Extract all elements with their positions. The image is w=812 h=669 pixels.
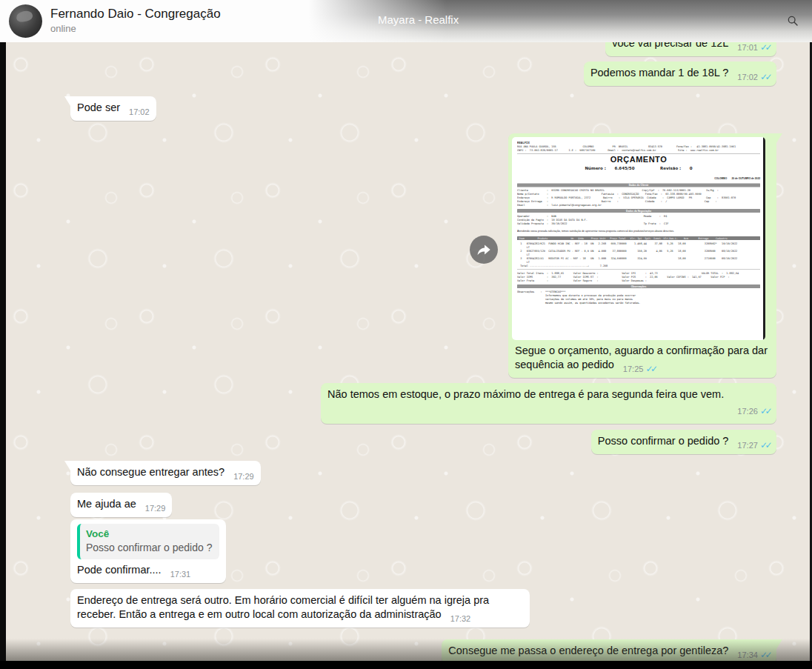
message-row: Pode ser17:02	[6, 96, 810, 121]
contact-info[interactable]: Fernando Daio - Congregação online	[50, 6, 221, 35]
search-icon	[787, 12, 799, 30]
message-time: 17:27	[737, 441, 758, 450]
document-title: ORÇAMENTO	[517, 156, 760, 164]
document-place-date: COLOMBO 20 de OUTUBRO de 2022	[517, 175, 760, 182]
message-row: Posso confirmar o pedido ?17:27✓✓	[6, 430, 810, 454]
document-content: REALFIX RUA ANA PAULA GUARDA, 155 COLOMB…	[512, 137, 765, 340]
document-totals-line: Valor Frete : Valor Seguro : Valor Despe…	[517, 279, 760, 283]
message-text: Não temos em estoque, o prazo máximo de …	[327, 388, 724, 400]
message-bubble-outgoing[interactable]: Não temos em estoque, o prazo máximo de …	[321, 383, 776, 424]
divider	[517, 153, 760, 154]
read-ticks-icon: ✓✓	[645, 364, 655, 374]
document-section-observations: Observações	[517, 284, 760, 288]
message-bubble-outgoing[interactable]: Posso confirmar o pedido ?17:27✓✓	[591, 430, 776, 454]
message-text: Pode ser	[77, 101, 120, 113]
message-time: 17:31	[170, 570, 191, 579]
message-text: Endereço de entrega será outro. Em horár…	[77, 594, 489, 620]
message-time: 17:29	[233, 472, 254, 481]
message-meta: 17:29	[233, 470, 254, 484]
document-section-negotiation: Dados da Negociação	[517, 209, 760, 213]
message-meta: 17:02✓✓	[737, 70, 770, 84]
message-meta: 17:26✓✓	[327, 405, 770, 419]
message-meta: 17:34✓✓	[737, 648, 770, 661]
read-ticks-icon: ✓✓	[760, 650, 770, 660]
read-ticks-icon: ✓✓	[760, 72, 770, 82]
chat-header: Fernando Daio - Congregação online Mayar…	[0, 0, 812, 42]
document-obs-line: mesmo sendo assim, as quantidades excede…	[517, 301, 760, 304]
bottom-black-bar	[0, 661, 812, 669]
message-row: voce vai precisar de 12L17:01✓✓	[6, 42, 810, 56]
document-negotiation-line: Validade Proposta : 30/10/2022 Tp Frete …	[517, 222, 760, 225]
message-meta: 17:02	[129, 105, 150, 119]
document-totals-block: Valor Total Itens : 1.888,91 Valor Desco…	[517, 270, 760, 283]
message-text: Consegue me passa o endereço de entrega …	[448, 645, 728, 656]
message-meta: 17:31	[170, 568, 191, 582]
document-note: Atendendo vossa prezada solicitação, tem…	[517, 227, 760, 235]
message-time: 17:34	[737, 650, 758, 659]
forward-button[interactable]	[470, 236, 498, 264]
document-item-row: 2 03027055/129 CATALISADOR PU - REF - 0,…	[517, 249, 760, 253]
message-time: 17:25	[623, 365, 644, 373]
message-meta: 17:32	[450, 612, 471, 626]
message-row: Me ajuda ae17:29	[6, 493, 810, 517]
message-time: 17:32	[450, 614, 471, 623]
message-row: Consegue me passa o endereço de entrega …	[6, 639, 810, 661]
message-time: 17:29	[145, 504, 166, 513]
chat-area: voce vai precisar de 12L17:01✓✓ Podemos …	[0, 42, 812, 661]
message-bubble-incoming[interactable]: Endereço de entrega será outro. Em horár…	[70, 589, 530, 628]
document-items-table-header: Item Produto Un Qtde Preço Unit Preço To…	[517, 236, 760, 240]
message-row: Podemos mandar 1 de 18L ?17:02✓✓	[6, 61, 810, 86]
message-bubble-incoming[interactable]: Não consegue entregar antes?17:29	[70, 461, 261, 485]
message-row: Não temos em estoque, o prazo máximo de …	[6, 383, 810, 424]
quoted-author: Você	[86, 527, 212, 541]
document-item-row: 3 07064282/A1 REDUTOR PI AC - REF - 18 U…	[517, 256, 760, 260]
message-caption: Segue o orçamento, aguardo a confirmação…	[512, 340, 773, 374]
document-item-total-row: Total ..................................…	[517, 264, 760, 267]
forward-arrow-icon	[476, 242, 492, 258]
message-meta: 17:25✓✓	[623, 362, 656, 376]
quoted-message[interactable]: Você Posso confirmar o pedido ?	[77, 524, 219, 559]
background-window-title: Mayara - Realfix	[378, 13, 459, 26]
message-text: Podemos mandar 1 de 18L ?	[590, 67, 728, 79]
message-meta: 17:27✓✓	[737, 439, 770, 453]
document-scrollbar-strip	[763, 137, 765, 340]
message-row: Você Posso confirmar o pedido ? Pode con…	[6, 519, 810, 583]
document-letterhead-line: CNPJ : 73.092.820/0001-17 I.E : 90571671…	[517, 148, 760, 152]
message-text: Não consegue entregar antes?	[77, 466, 224, 478]
message-bubble-incoming-with-quote[interactable]: Você Posso confirmar o pedido ? Pode con…	[70, 519, 226, 583]
left-black-edge	[0, 42, 6, 669]
message-meta: 17:29	[145, 502, 166, 516]
message-time: 17:02	[737, 73, 758, 81]
read-ticks-icon: ✓✓	[760, 440, 770, 450]
document-item-row: 1 07064282/K21 FUNDO HCAB INC - REF - 18…	[517, 242, 760, 245]
message-row: Não consegue entregar antes?17:29	[6, 461, 810, 485]
read-ticks-icon: ✓✓	[760, 406, 770, 416]
quoted-text: Posso confirmar o pedido ?	[86, 541, 212, 555]
message-text: voce vai precisar de 12L	[612, 42, 728, 49]
read-ticks-icon: ✓✓	[760, 42, 770, 53]
document-preview-image[interactable]: REALFIX RUA ANA PAULA GUARDA, 155 COLOMB…	[512, 137, 765, 340]
document-section-client: Dados do Cliente	[517, 184, 760, 187]
message-text: Pode confirmar....	[77, 564, 162, 576]
whatsapp-window: voce vai precisar de 12L17:01✓✓ Podemos …	[0, 0, 812, 669]
message-time: 17:02	[129, 107, 150, 116]
search-button[interactable]	[782, 10, 803, 31]
message-bubble-outgoing[interactable]: Consegue me passa o endereço de entrega …	[442, 639, 776, 661]
document-number-line: Número : 6.645/50 Revisão : 0	[517, 164, 760, 172]
message-bubble-outgoing[interactable]: voce vai precisar de 12L17:01✓✓	[605, 42, 776, 56]
message-stream: voce vai precisar de 12L17:01✓✓ Podemos …	[6, 42, 810, 661]
message-text: Posso confirmar o pedido ?	[598, 435, 729, 447]
message-time: 17:26	[737, 407, 758, 416]
message-row: REALFIX RUA ANA PAULA GUARDA, 155 COLOMB…	[6, 133, 810, 378]
contact-avatar[interactable]	[9, 4, 42, 38]
document-client-line: Email : luiz.pimentel@congregacao.org.br	[517, 204, 760, 207]
message-bubble-incoming[interactable]: Pode ser17:02	[70, 96, 156, 121]
message-bubble-outgoing[interactable]: Podemos mandar 1 de 18L ?17:02✓✓	[584, 61, 776, 86]
contact-name: Fernando Daio - Congregação	[50, 6, 221, 22]
message-time: 17:01	[737, 43, 758, 52]
message-row: Endereço de entrega será outro. Em horár…	[6, 589, 810, 628]
message-bubble-incoming[interactable]: Me ajuda ae17:29	[70, 493, 172, 517]
contact-status: online	[50, 22, 221, 35]
message-bubble-document[interactable]: REALFIX RUA ANA PAULA GUARDA, 155 COLOMB…	[508, 133, 776, 378]
message-meta: 17:01✓✓	[737, 42, 770, 55]
